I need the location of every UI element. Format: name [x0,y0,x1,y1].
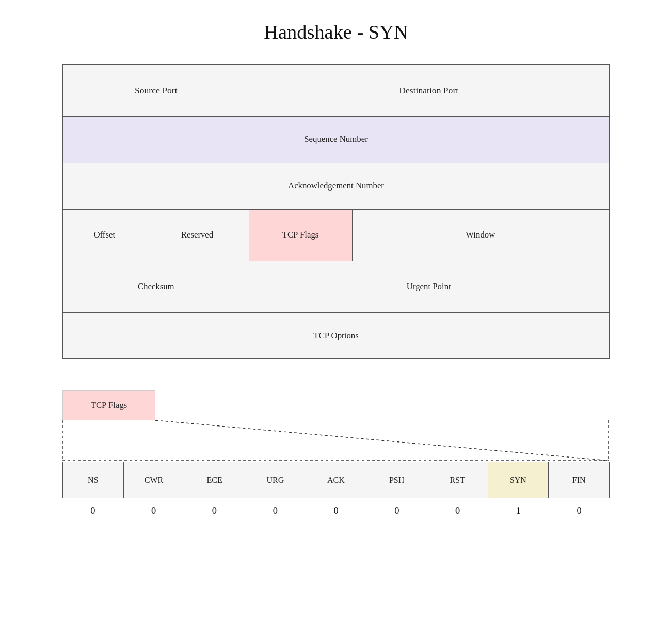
flag-ack-value: 0 [306,506,366,516]
table-row-ports: Source Port Destination Port [63,65,609,116]
flag-fin-value: 0 [549,506,610,516]
flag-rst-cell: RST [427,462,488,498]
flag-rst-value: 0 [427,506,488,516]
flag-urg-value: 0 [245,506,306,516]
urgent-point-cell: Urgent Point [249,261,609,312]
tcp-flags-label-box: TCP Flags [62,390,155,420]
tcp-flags-cell: TCP Flags [249,209,352,261]
flag-syn-cell: SYN [488,462,549,498]
destination-port-cell: Destination Port [249,65,609,116]
table-row-ack: Acknowledgement Number [63,163,609,209]
flags-table: NS CWR ECE URG ACK PSH RST SYN FIN [62,462,610,498]
page-title: Handshake - SYN [264,21,408,43]
flags-values-row: 0 0 0 0 0 0 0 1 0 [62,506,610,516]
flag-ece-value: 0 [184,506,245,516]
flag-psh-cell: PSH [366,462,427,498]
checksum-cell: Checksum [63,261,249,312]
svg-line-3 [155,420,609,461]
reserved-cell: Reserved [146,209,249,261]
offset-cell: Offset [63,209,146,261]
tcp-options-cell: TCP Options [63,312,609,359]
table-row-sequence: Sequence Number [63,116,609,163]
window-cell: Window [352,209,609,261]
flags-section: TCP Flags NS CWR ECE URG ACK PSH RST SYN… [62,390,610,516]
flag-ns-cell: NS [63,462,124,498]
dotted-connector [62,420,610,462]
flags-labels-row: NS CWR ECE URG ACK PSH RST SYN FIN [63,462,610,498]
table-row-options: TCP Options [63,312,609,359]
tcp-header-table: Source Port Destination Port Sequence Nu… [62,64,610,359]
ack-number-cell: Acknowledgement Number [63,163,609,209]
flag-cwr-value: 0 [123,506,184,516]
flag-cwr-cell: CWR [123,462,184,498]
table-row-checksum: Checksum Urgent Point [63,261,609,312]
flag-fin-cell: FIN [549,462,610,498]
flag-ns-value: 0 [62,506,123,516]
flag-psh-value: 0 [366,506,427,516]
table-row-flags: Offset Reserved TCP Flags Window [63,209,609,261]
flag-urg-cell: URG [245,462,306,498]
source-port-cell: Source Port [63,65,249,116]
sequence-number-cell: Sequence Number [63,116,609,163]
flag-ack-cell: ACK [306,462,366,498]
flag-ece-cell: ECE [184,462,245,498]
flag-syn-value: 1 [488,506,549,516]
